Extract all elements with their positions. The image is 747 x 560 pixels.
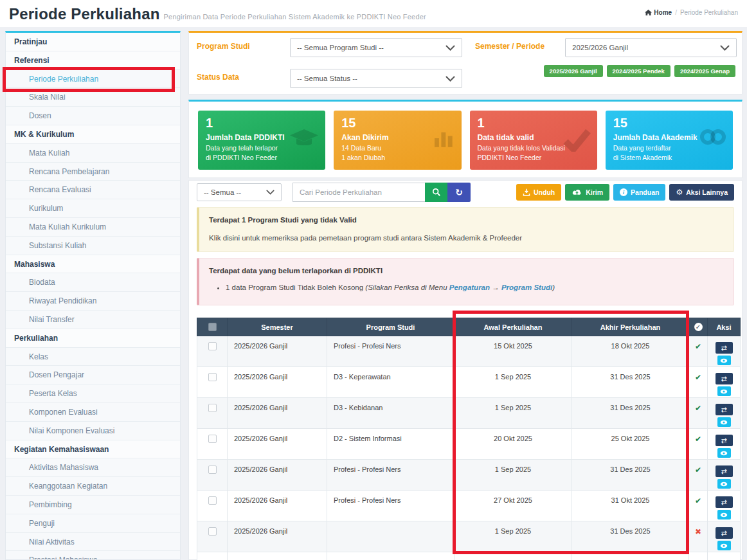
sync-button[interactable]: ⇄	[716, 465, 733, 477]
cell-program-studi: Profesi - Profesi Ners	[327, 491, 455, 521]
row-checkbox[interactable]	[208, 496, 217, 505]
sidebar-item-biodata[interactable]: Biodata	[6, 273, 180, 292]
row-checkbox[interactable]	[208, 527, 217, 536]
sidebar-item-kurikulum[interactable]: Kurikulum	[6, 199, 180, 218]
semester-label: Semester / Periode	[475, 42, 544, 51]
cell-program-studi: D3 - Kebidanan	[327, 398, 455, 429]
sidebar-item-dosen[interactable]: Dosen	[6, 107, 180, 125]
semester-badge[interactable]: 2024/2025 Pendek	[607, 65, 670, 77]
cell-awal-perkuliahan: 15 Okt 2025	[455, 336, 572, 367]
pengaturan-link[interactable]: Pengaturan	[449, 284, 490, 291]
panduan-button[interactable]: i Panduan	[613, 184, 665, 201]
sidebar-item-peserta-kelas[interactable]: Peserta Kelas	[6, 384, 180, 403]
search-input[interactable]	[292, 183, 425, 202]
sidebar-item-aktivitas-mahasiswa[interactable]: Aktivitas Mahasiswa	[6, 458, 180, 477]
table-body: 2025/2026 GanjilProfesi - Profesi Ners15…	[197, 336, 741, 560]
unduh-label: Unduh	[534, 188, 555, 196]
chevron-down-icon	[720, 45, 730, 51]
exchange-icon: ⇄	[721, 467, 726, 475]
cell-awal-perkuliahan: 1 Sep 2025	[455, 521, 572, 552]
row-checkbox[interactable]	[208, 435, 217, 443]
semester-badge[interactable]: 2025/2026 Ganjil	[544, 65, 603, 77]
sidebar-item-komponen-evaluasi[interactable]: Komponen Evaluasi	[6, 403, 180, 422]
sidebar-item-mata-kuliah-kurikulum[interactable]: Mata Kuliah Kurikulum	[6, 218, 180, 237]
sidebar-item-nilai-transfer[interactable]: Nilai Transfer	[6, 311, 180, 329]
refresh-button[interactable]: ↻	[447, 183, 471, 202]
aksi-lainnya-label: Aksi Lainnya	[686, 188, 728, 196]
row-checkbox[interactable]	[208, 465, 217, 474]
sync-button[interactable]: ⇄	[716, 373, 733, 384]
header-aksi: Aksi	[708, 318, 741, 336]
sync-button[interactable]: ⇄	[716, 496, 733, 508]
sidebar-item-substansi-kuliah[interactable]: Substansi Kuliah	[6, 237, 180, 255]
sync-button[interactable]: ⇄	[716, 404, 733, 415]
table-row: 2025/2026 GanjilProfesi - Profesi Ners1 …	[197, 460, 741, 491]
page-size-value: -- Semua --	[204, 188, 241, 196]
semester-select[interactable]: 2025/2026 Ganjil	[565, 38, 737, 57]
status-data-select[interactable]: -- Semua Status --	[290, 69, 462, 88]
table-row: 2025/2026 GanjilProfesi - Profesi Ners27…	[197, 491, 741, 521]
sidebar-item-nilai-aktivitas[interactable]: Nilai Aktivitas	[6, 533, 180, 552]
stat-line: di Sistem Akademik	[613, 154, 725, 161]
sidebar-item-skala-nilai[interactable]: Skala Nilai	[6, 88, 180, 107]
program-studi-value: -- Semua Program Studi --	[297, 44, 384, 51]
semester-badge[interactable]: 2024/2025 Genap	[674, 65, 735, 77]
stat-line: di PDDIKTI Neo Feeder	[206, 154, 318, 161]
sidebar-item-pembimbing[interactable]: Pembimbing	[6, 496, 180, 514]
sidebar-item-dosen-pengajar[interactable]: Dosen Pengajar	[6, 366, 180, 384]
row-checkbox[interactable]	[208, 342, 217, 350]
sidebar-item-kelas[interactable]: Kelas	[6, 348, 180, 366]
cell-semester: 2025/2026 Ganjil	[228, 491, 327, 521]
page-title: Periode PerkuliahanPengiriman Data Perio…	[9, 5, 426, 23]
cell-semester: 2025/2026 Ganjil	[228, 367, 327, 398]
kirim-button[interactable]: Kirim	[565, 184, 609, 201]
view-button[interactable]	[717, 356, 731, 365]
view-button[interactable]	[717, 541, 731, 550]
sidebar-item-mata-kuliah[interactable]: Mata Kuliah	[6, 144, 180, 163]
page-size-select[interactable]: -- Semua --	[197, 183, 282, 201]
sidebar-item-riwayat-pendidikan[interactable]: Riwayat Pendidikan	[6, 292, 180, 311]
row-select-cell	[197, 398, 228, 429]
alert-title: Terdapat data yang belum terlaporkan di …	[209, 267, 724, 275]
row-checkbox[interactable]	[208, 404, 217, 412]
sidebar-item-prestasi-mahasiswa[interactable]: Prestasi Mahasiswa	[6, 551, 180, 560]
view-button[interactable]	[717, 386, 731, 396]
exchange-icon: ⇄	[721, 344, 726, 352]
row-select-cell	[197, 460, 228, 491]
sidebar-item-rencana-pembelajaran[interactable]: Rencana Pembelajaran	[6, 163, 180, 181]
breadcrumb-home[interactable]: Home	[645, 9, 672, 16]
valid-check-icon: ✔	[695, 373, 701, 382]
view-button[interactable]	[717, 417, 731, 427]
search-group: ↻	[292, 183, 471, 202]
program-studi-select[interactable]: -- Semua Program Studi --	[290, 38, 462, 57]
search-button[interactable]	[425, 183, 447, 202]
kirim-label: Kirim	[586, 188, 603, 196]
sync-button[interactable]: ⇄	[716, 435, 733, 446]
sidebar-item-nilai-komponen-evaluasi[interactable]: Nilai Komponen Evaluasi	[6, 422, 180, 440]
aksi-lainnya-button[interactable]: ⚙ Aksi Lainnya	[669, 184, 734, 201]
sidebar-item-penguji[interactable]: Penguji	[6, 514, 180, 533]
exchange-icon: ⇄	[721, 406, 726, 413]
unduh-button[interactable]: Unduh	[516, 184, 561, 201]
program-studi-link[interactable]: Program Studi	[501, 284, 552, 291]
sidebar-item-rencana-evaluasi[interactable]: Rencana Evaluasi	[6, 181, 180, 199]
sidebar-section-header: MK & Kurikulum	[6, 125, 180, 144]
disini-link[interactable]: disini	[223, 234, 240, 242]
sidebar-item-periode-perkuliahan[interactable]: Periode Perkuliahan	[6, 70, 180, 89]
view-button[interactable]	[717, 479, 731, 489]
select-all-checkbox[interactable]	[208, 323, 217, 331]
alert-note: (Silakan Periksa di Menu	[365, 284, 449, 291]
exchange-icon: ⇄	[721, 375, 726, 383]
breadcrumb-current: Periode Perkuliahan	[680, 9, 738, 16]
cell-akhir-perkuliahan: 25 Okt 2025	[572, 429, 689, 460]
sidebar-item-keanggotaan-kegiatan[interactable]: Keanggotaan Kegiatan	[6, 477, 180, 496]
sync-button[interactable]: ⇄	[716, 342, 733, 354]
row-checkbox[interactable]	[208, 373, 217, 381]
header-program-studi: Program Studi	[327, 318, 455, 336]
header-akhir-perkuliahan: Akhir Perkuliahan	[572, 318, 689, 336]
sync-button[interactable]: ⇄	[716, 527, 733, 539]
table-header-row: Semester Program Studi Awal Perkuliahan …	[197, 318, 741, 336]
cell-semester: 2025/2026 Ganjil	[228, 398, 327, 429]
view-button[interactable]	[717, 448, 731, 458]
view-button[interactable]	[717, 510, 731, 519]
